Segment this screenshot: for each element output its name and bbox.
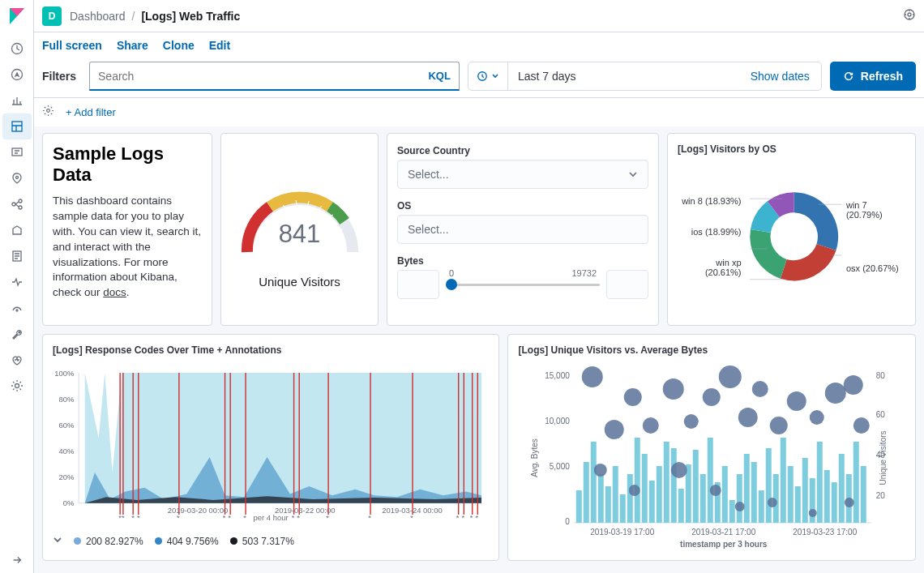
legend-toggle-icon[interactable]	[53, 535, 62, 547]
svg-text:2019-03-24 00:00: 2019-03-24 00:00	[382, 506, 443, 515]
svg-point-14	[908, 13, 911, 16]
legend-label: 200 82.927%	[86, 536, 143, 547]
legend-label: 404 9.756%	[167, 536, 219, 547]
docs-link[interactable]: docs	[103, 286, 126, 298]
devtools-icon[interactable]	[2, 321, 32, 347]
source-country-select[interactable]: Select...	[397, 160, 648, 189]
svg-point-6	[15, 177, 18, 179]
monitoring-icon[interactable]	[2, 347, 32, 373]
intro-title: Sample Logs Data	[53, 143, 202, 186]
svg-rect-95	[620, 494, 626, 523]
slider-track[interactable]: 019732	[446, 270, 600, 299]
search-input[interactable]	[98, 70, 428, 83]
ml-icon[interactable]	[2, 191, 32, 217]
management-icon[interactable]	[2, 373, 32, 399]
svg-point-3	[11, 70, 22, 80]
refresh-button[interactable]: Refresh	[830, 62, 916, 91]
svg-rect-91	[591, 442, 597, 523]
svg-point-9	[19, 206, 22, 209]
svg-rect-123	[824, 470, 830, 523]
os-label: OS	[397, 200, 648, 212]
show-dates-link[interactable]: Show dates	[739, 70, 821, 83]
infra-icon[interactable]	[2, 217, 32, 243]
visitors-os-title: [Logs] Visitors by OS	[678, 143, 905, 155]
dashboard-icon[interactable]	[2, 113, 32, 139]
svg-rect-119	[795, 486, 801, 523]
fullscreen-icon[interactable]	[903, 8, 916, 24]
svg-text:2019-03-21 17:00: 2019-03-21 17:00	[692, 528, 756, 537]
svg-text:*: *	[243, 513, 246, 522]
bytes-max-input[interactable]	[606, 270, 648, 299]
share-link[interactable]: Share	[117, 39, 148, 52]
svg-rect-117	[781, 438, 786, 523]
collapse-icon[interactable]	[2, 547, 32, 573]
svg-point-16	[47, 109, 50, 113]
svg-text:20: 20	[876, 491, 886, 500]
breadcrumb-root[interactable]: Dashboard	[70, 10, 126, 23]
apm-icon[interactable]	[2, 269, 32, 295]
intro-body: This dashboard contains sample data for …	[53, 194, 202, 301]
svg-point-140	[710, 485, 721, 496]
svg-rect-118	[788, 466, 794, 523]
panel-gauge: 841 Unique Visitors	[220, 133, 379, 326]
kibana-logo[interactable]	[7, 6, 27, 26]
uptime-icon[interactable]	[2, 295, 32, 321]
clone-link[interactable]: Clone	[163, 39, 195, 52]
svg-point-12	[15, 384, 19, 388]
canvas-icon[interactable]	[2, 139, 32, 165]
fullscreen-link[interactable]: Full screen	[42, 39, 102, 52]
svg-text:2019-03-23 17:00: 2019-03-23 17:00	[794, 528, 858, 537]
maps-icon[interactable]	[2, 165, 32, 191]
svg-rect-114	[759, 490, 764, 523]
panel-uv-avg: [Logs] Unique Visitors vs. Average Bytes…	[507, 334, 916, 561]
svg-point-151	[853, 417, 870, 434]
svg-point-131	[594, 464, 607, 477]
edit-link[interactable]: Edit	[209, 39, 230, 52]
svg-text:*: *	[470, 513, 473, 522]
svg-text:*: *	[177, 513, 180, 522]
space-badge[interactable]: D	[42, 6, 62, 26]
donut-chart: win 8 (18.93%) ios (18.99%) win xp (20.6…	[678, 160, 905, 314]
svg-point-134	[629, 485, 640, 496]
recent-icon[interactable]	[2, 36, 32, 62]
svg-text:100%: 100%	[54, 369, 75, 378]
nav-rail	[0, 0, 34, 573]
svg-text:*: *	[137, 513, 140, 522]
svg-point-141	[738, 408, 758, 427]
bytes-slider[interactable]: 019732	[397, 270, 648, 299]
svg-text:10,000: 10,000	[545, 417, 571, 425]
svg-point-144	[770, 417, 788, 434]
filter-options-icon[interactable]	[42, 105, 54, 120]
panel-intro: Sample Logs Data This dashboard contains…	[42, 133, 212, 326]
svg-rect-115	[766, 448, 772, 523]
time-quick-icon[interactable]	[468, 62, 508, 90]
svg-text:40: 40	[876, 451, 886, 460]
kql-toggle[interactable]: KQL	[428, 70, 450, 82]
gauge-chart: 841	[231, 171, 369, 260]
svg-rect-127	[853, 442, 859, 523]
os-select[interactable]: Select...	[397, 215, 648, 244]
slider-thumb[interactable]	[446, 279, 457, 290]
svg-rect-128	[861, 466, 866, 523]
svg-text:timestamp per 3 hours: timestamp per 3 hours	[681, 540, 768, 549]
svg-text:*: *	[122, 513, 125, 522]
source-country-label: Source Country	[397, 145, 648, 156]
logs-icon[interactable]	[2, 243, 32, 269]
svg-point-148	[825, 383, 846, 404]
bytes-min-input[interactable]	[397, 270, 439, 299]
chevron-down-icon	[628, 169, 638, 179]
time-picker[interactable]: Last 7 days Show dates	[468, 62, 822, 91]
visualize-icon[interactable]	[2, 88, 32, 113]
search-wrap: KQL	[89, 62, 460, 91]
svg-rect-112	[744, 454, 750, 523]
svg-rect-102	[671, 448, 677, 523]
add-filter-link[interactable]: + Add filter	[66, 106, 116, 118]
top-bar: D Dashboard / [Logs] Web Traffic	[34, 0, 924, 32]
bytes-min: 0	[449, 268, 454, 278]
svg-rect-110	[729, 500, 735, 523]
svg-rect-103	[678, 489, 684, 523]
svg-point-149	[809, 509, 817, 517]
donut-label: win xp (20.61%)	[678, 258, 742, 277]
svg-point-11	[16, 310, 18, 311]
discover-icon[interactable]	[2, 62, 32, 88]
